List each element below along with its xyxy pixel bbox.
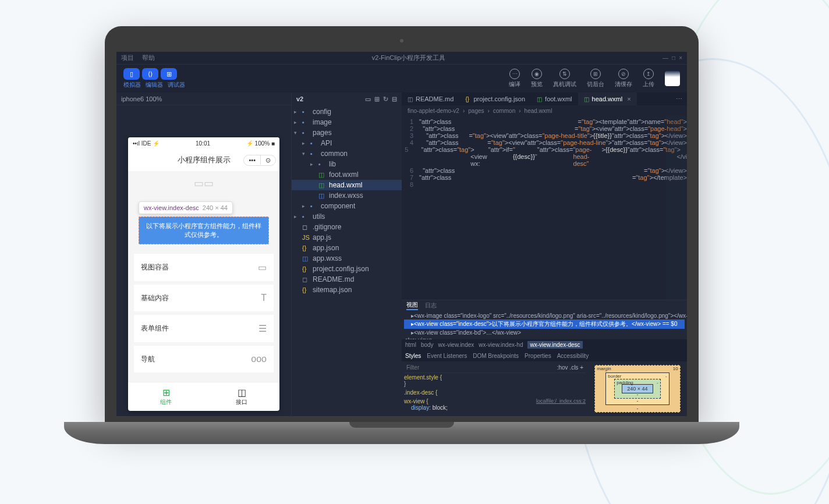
menu-help[interactable]: 帮助 [142, 54, 155, 62]
tree-item-component[interactable]: ▸▪component [292, 201, 402, 211]
dom-crumb-2[interactable]: wx-view.index [438, 342, 474, 348]
tree-item-project.config.json[interactable]: {}project.config.json [292, 264, 402, 274]
tree-item-utils[interactable]: ▸▪utils [292, 211, 402, 222]
highlighted-element[interactable]: 以下将展示小程序官方组件能力，组件样式仅供参考。 [139, 216, 269, 244]
phone-tab-0[interactable]: ⊞组件 [128, 382, 204, 411]
editor-tabs: ◫README.md{}project.config.json◫foot.wxm… [402, 93, 687, 105]
minimap[interactable] [666, 116, 687, 300]
dom-line-0[interactable]: ▸<wx-image class="index-logo" src="../re… [404, 312, 685, 320]
style-rule-2[interactable]: wx-view {localfile:/_index.css:2display:… [404, 397, 586, 412]
phone-tab-1[interactable]: ◫接口 [204, 382, 279, 411]
toolbar-action-1[interactable]: ◉预览 [531, 69, 543, 88]
tree-item-lib[interactable]: ▸▪lib [292, 159, 402, 169]
style-rule-1[interactable]: .index-desc {</span></div><div class="st… [404, 388, 586, 397]
styles-tab-3[interactable]: Properties [525, 353, 551, 359]
code-line-7[interactable]: 7"attr">class="tag"></template> [402, 174, 687, 181]
toolbar-action-0[interactable]: ⋯编译 [509, 69, 520, 88]
simulator-toggle[interactable]: ▯ [123, 68, 140, 80]
crumb-2[interactable]: common [493, 108, 515, 114]
editor-tabs-more[interactable]: ⋯ [671, 95, 687, 103]
code-line-4[interactable]: 4 "attr">class="tag"><view "attr">class=… [402, 139, 687, 146]
crumb-1[interactable]: pages [468, 108, 484, 114]
code-line-1[interactable]: 1"attr">class="tag"><template "attr">nam… [402, 118, 687, 125]
phone-list-item-1[interactable]: 基础内容T [134, 285, 274, 311]
tree-item-pages[interactable]: ▾▪pages [292, 127, 402, 138]
style-rule-0[interactable]: element.style {} [404, 373, 586, 388]
window-close[interactable]: × [679, 55, 682, 61]
tree-item-README.md[interactable]: ◻README.md [292, 274, 402, 285]
dom-line-2[interactable]: ▸<wx-view class="index-bd">…</wx-view> [404, 329, 685, 336]
styles-tab-2[interactable]: DOM Breakpoints [473, 353, 519, 359]
styles-filter-input[interactable] [406, 364, 441, 371]
styles-pane[interactable]: :hov .cls + element.style {}.index-desc … [402, 361, 588, 416]
window-maximize[interactable]: □ [672, 55, 675, 61]
phone-list-item-3[interactable]: 导航ooo [134, 346, 274, 372]
phone-list-item-0[interactable]: 视图容器▭ [134, 254, 274, 281]
menubar: 项目 帮助 v2-FinClip小程序开发工具 — □ × [116, 52, 687, 65]
styles-tab-0[interactable]: Styles [405, 353, 421, 359]
devtools-tab-view[interactable]: 视图 [406, 301, 418, 310]
debugger-toggle[interactable]: ⊞ [161, 68, 177, 80]
menu-project[interactable]: 项目 [121, 54, 134, 62]
tree-item-app.js[interactable]: JSapp.js [292, 232, 402, 243]
laptop-frame: 项目 帮助 v2-FinClip小程序开发工具 — □ × ▯ ⟨⟩ ⊞ [93, 26, 710, 468]
debugger-label: 调试器 [168, 81, 185, 89]
code-line-5[interactable]: 5 "attr">class="tag"><view wx:"attr">if=… [402, 146, 687, 167]
dom-crumb-0[interactable]: html [405, 342, 416, 348]
toolbar-action-2[interactable]: ⇅真机调试 [553, 69, 576, 88]
dom-tree[interactable]: ▸<wx-image class="index-logo" src="../re… [402, 311, 687, 339]
tree-item-image[interactable]: ▸▪image [292, 117, 402, 127]
camera-icon [400, 39, 403, 42]
toolbar-action-3[interactable]: ⊞切后台 [587, 69, 604, 88]
avatar[interactable] [665, 71, 680, 86]
crumb-0[interactable]: fino-applet-demo-v2 [408, 108, 459, 114]
tree-item-index.wxss[interactable]: ◫index.wxss [292, 190, 402, 201]
new-file-icon[interactable]: ▭ [365, 95, 371, 103]
code-line-3[interactable]: 3 "attr">class="tag"><view "attr">class=… [402, 132, 687, 139]
toolbar-action-4[interactable]: ⊘清缓存 [615, 69, 632, 88]
editor-tab-3[interactable]: ◫head.wxml× [578, 93, 637, 105]
ide-window: 项目 帮助 v2-FinClip小程序开发工具 — □ × ▯ ⟨⟩ ⊞ [116, 52, 687, 416]
tree-item-API[interactable]: ▸▪API [292, 138, 402, 148]
editor-toggle[interactable]: ⟨⟩ [142, 68, 158, 80]
dom-breadcrumb: htmlbodywx-view.indexwx-view.index-hdwx-… [402, 339, 687, 350]
capsule-close[interactable]: ⊙ [261, 155, 275, 165]
styles-tab-4[interactable]: Accessibility [557, 353, 589, 359]
phone-statusbar: ••ıl IDE ⚡ 10:01 ⚡ 100% ■ [128, 137, 279, 149]
dom-crumb-4[interactable]: wx-view.index-desc [527, 341, 582, 349]
window-minimize[interactable]: — [663, 55, 668, 61]
editor-tab-1[interactable]: {}project.config.json [459, 93, 531, 105]
code-line-2[interactable]: 2 "attr">class="tag"><view "attr">class=… [402, 125, 687, 132]
phone-list-item-2[interactable]: 表单组件☰ [134, 315, 274, 342]
new-folder-icon[interactable]: ⊞ [374, 95, 380, 103]
capsule-menu[interactable]: ••• [244, 155, 261, 165]
breadcrumb: fino-applet-demo-v2›pages›common›head.wx… [402, 105, 687, 116]
editor-tab-2[interactable]: ◫foot.wxml [531, 93, 578, 105]
tree-item-common[interactable]: ▾▪common [292, 148, 402, 159]
simulator-panel: iphone6 100% ••ıl IDE ⚡ 10:01 ⚡ 100% ■ 小… [116, 93, 291, 416]
tree-item-sitemap.json[interactable]: {}sitemap.json [292, 285, 402, 295]
dom-line-1[interactable]: ▸<wx-view class="index-desc">以下将展示小程序官方组… [404, 320, 685, 329]
code-line-8[interactable]: 8 [402, 181, 687, 188]
dom-crumb-3[interactable]: wx-view.index-hd [479, 342, 523, 348]
toolbar-action-5[interactable]: ↥上传 [643, 69, 654, 88]
refresh-icon[interactable]: ↻ [383, 95, 388, 103]
devtools-tab-log[interactable]: 日志 [425, 301, 437, 310]
styles-filter-controls[interactable]: :hov .cls + [557, 364, 583, 371]
project-root[interactable]: v2 [296, 95, 303, 102]
tree-item-foot.wxml[interactable]: ◫foot.wxml [292, 169, 402, 180]
styles-tab-1[interactable]: Event Listeners [427, 353, 467, 359]
dom-crumb-1[interactable]: body [421, 342, 434, 348]
editor-label: 编辑器 [146, 81, 163, 89]
tree-item-head.wxml[interactable]: ◫head.wxml [292, 180, 402, 190]
code-editor[interactable]: 1"attr">class="tag"><template "attr">nam… [402, 116, 687, 300]
editor-tab-0[interactable]: ◫README.md [402, 93, 459, 105]
tree-item-app.wxss[interactable]: ◫app.wxss [292, 253, 402, 264]
tree-item-app.json[interactable]: {}app.json [292, 243, 402, 253]
tree-item-config[interactable]: ▸▪config [292, 107, 402, 117]
simulator-device-info[interactable]: iphone6 100% [116, 93, 291, 105]
code-line-6[interactable]: 6 "attr">class="tag"></view> [402, 167, 687, 174]
collapse-icon[interactable]: ⊟ [392, 95, 397, 103]
tree-item-.gitignore[interactable]: ◻.gitignore [292, 222, 402, 232]
crumb-3[interactable]: head.wxml [525, 108, 552, 114]
